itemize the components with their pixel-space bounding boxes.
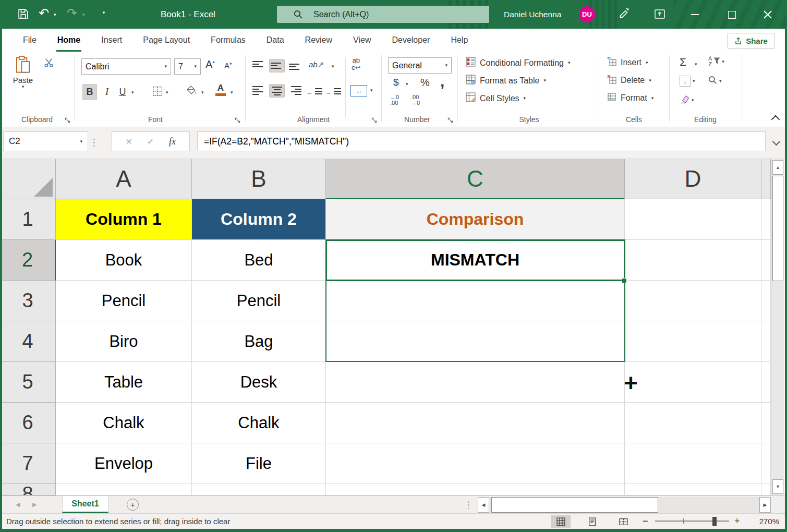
tab-file[interactable]: File <box>13 29 47 52</box>
formula-bar-grip[interactable] <box>93 137 95 148</box>
tab-review[interactable]: Review <box>295 29 343 52</box>
cell-e8[interactable] <box>761 484 771 495</box>
clear-button[interactable]: ▾ <box>680 94 694 106</box>
top-align-button[interactable] <box>251 59 266 71</box>
scroll-down-icon[interactable]: ▼ <box>772 479 783 494</box>
fill-handle[interactable] <box>622 278 627 283</box>
cell-d7[interactable] <box>625 443 761 484</box>
tabbar-grip[interactable] <box>468 500 469 511</box>
paste-button[interactable]: Paste ▾ <box>8 56 38 89</box>
ribbon-display-options-icon[interactable] <box>654 8 665 22</box>
cell-e7[interactable] <box>761 443 771 484</box>
tab-page-layout[interactable]: Page Layout <box>132 29 200 52</box>
save-icon[interactable] <box>17 7 30 22</box>
tab-formulas[interactable]: Formulas <box>200 29 256 52</box>
wrap-text-button[interactable]: ab c↩ <box>352 57 360 71</box>
row-header-4[interactable]: 4 <box>0 321 56 362</box>
zoom-slider-thumb[interactable] <box>712 517 717 526</box>
expand-formula-bar-icon[interactable] <box>772 138 781 146</box>
cancel-icon[interactable]: × <box>126 135 132 148</box>
formula-input[interactable]: =IF(A2=B2,"MATCH","MISMATCH") <box>197 131 766 151</box>
merge-center-icon[interactable]: ↔ <box>350 85 367 96</box>
cell-c7[interactable] <box>326 443 625 484</box>
zoom-in-button[interactable]: + <box>734 514 740 529</box>
column-header-partial[interactable] <box>761 159 771 199</box>
horizontal-scrollbar[interactable]: ◀ ▶ <box>478 497 771 513</box>
merge-center-dropdown-icon[interactable]: ▾ <box>370 88 373 93</box>
align-right-button[interactable] <box>288 84 302 96</box>
cell-d6[interactable] <box>625 403 761 443</box>
page-break-view-button[interactable] <box>613 515 633 528</box>
row-header-2[interactable]: 2 <box>0 240 56 281</box>
minimize-button[interactable] <box>691 14 699 15</box>
cell-c1[interactable]: Comparison <box>326 199 625 240</box>
column-header-b[interactable]: B <box>192 159 326 199</box>
sheet-tab-sheet1[interactable]: Sheet1 <box>62 496 108 513</box>
feedback-pen-icon[interactable] <box>618 7 631 22</box>
cell-c5[interactable] <box>326 362 625 403</box>
borders-icon[interactable] <box>152 86 163 99</box>
cell-a4[interactable]: Biro <box>56 321 192 362</box>
grow-font-button[interactable]: A▴ <box>205 59 215 70</box>
number-format-select[interactable]: General▾ <box>388 57 452 74</box>
row-header-5[interactable]: 5 <box>0 362 56 403</box>
page-layout-view-button[interactable] <box>582 515 602 528</box>
row-header-7[interactable]: 7 <box>0 443 56 484</box>
font-color-dropdown-icon[interactable]: ▾ <box>231 90 233 95</box>
cell-e5[interactable] <box>761 362 771 403</box>
zoom-level[interactable]: 270% <box>748 514 779 529</box>
font-name-select[interactable]: Calibri▾ <box>81 58 171 75</box>
orientation-dropdown-icon[interactable]: ▾ <box>332 64 334 69</box>
decrease-decimal-button[interactable]: .00 →0 <box>411 94 420 106</box>
normal-view-button[interactable] <box>551 515 571 528</box>
insert-function-icon[interactable]: fx <box>169 136 176 147</box>
vertical-scroll-thumb[interactable] <box>772 176 783 281</box>
zoom-out-button[interactable]: − <box>643 514 648 529</box>
cell-c4[interactable] <box>326 321 625 362</box>
delete-cells-button[interactable]: Delete ▾ <box>607 75 651 86</box>
font-color-button[interactable]: A <box>215 83 226 96</box>
column-header-c[interactable]: C <box>326 159 625 199</box>
currency-dropdown-icon[interactable]: ▾ <box>406 82 408 87</box>
share-button[interactable]: Share <box>728 33 774 49</box>
cell-c6[interactable] <box>326 403 625 443</box>
cell-b8[interactable] <box>192 484 326 495</box>
cell-d8[interactable] <box>625 484 761 495</box>
fill-color-dropdown-icon[interactable]: ▾ <box>201 90 204 95</box>
cell-c3[interactable] <box>326 281 625 321</box>
increase-decimal-button[interactable]: ←0 .00 <box>390 94 399 106</box>
cell-a8[interactable] <box>56 484 192 495</box>
orientation-icon[interactable]: ab↗ <box>309 60 324 69</box>
font-size-select[interactable]: 7▾ <box>174 58 201 75</box>
cell-a6[interactable]: Chalk <box>56 403 192 443</box>
cell-d3[interactable] <box>625 281 761 321</box>
cell-a5[interactable]: Table <box>56 362 192 403</box>
sort-filter-button[interactable]: A Z ▾ <box>708 56 724 67</box>
cell-e4[interactable] <box>761 321 771 362</box>
alignment-dialog-launcher-icon[interactable] <box>371 116 378 126</box>
cell-styles-button[interactable]: Cell Styles ▾ <box>466 92 526 104</box>
cell-e6[interactable] <box>761 403 771 443</box>
decrease-indent-button[interactable]: ← <box>307 86 324 99</box>
cell-d1[interactable] <box>625 199 761 240</box>
cell-b6[interactable]: Chalk <box>192 403 326 443</box>
underline-dropdown-icon[interactable]: ▾ <box>131 90 134 95</box>
cell-c8[interactable] <box>326 484 625 495</box>
autosum-dropdown-icon[interactable]: ▾ <box>695 62 697 67</box>
collapse-ribbon-icon[interactable] <box>771 115 780 124</box>
tab-help[interactable]: Help <box>440 29 478 52</box>
cell-d2[interactable] <box>625 240 761 281</box>
align-left-button[interactable] <box>251 84 266 96</box>
currency-format-button[interactable]: $ <box>393 77 399 88</box>
tab-data[interactable]: Data <box>256 29 295 52</box>
name-box[interactable]: C2 ▾ <box>3 131 88 151</box>
number-dialog-launcher-icon[interactable] <box>447 116 454 126</box>
format-cells-button[interactable]: Format ▾ <box>607 92 653 104</box>
zoom-slider-track[interactable] <box>655 521 729 522</box>
italic-button[interactable]: I <box>101 84 113 100</box>
column-header-a[interactable]: A <box>56 159 192 199</box>
insert-cells-button[interactable]: Insert ▾ <box>607 57 648 68</box>
find-select-button[interactable]: ▾ <box>708 76 722 87</box>
fill-color-icon[interactable] <box>186 85 197 99</box>
horizontal-scroll-thumb[interactable] <box>491 497 658 513</box>
